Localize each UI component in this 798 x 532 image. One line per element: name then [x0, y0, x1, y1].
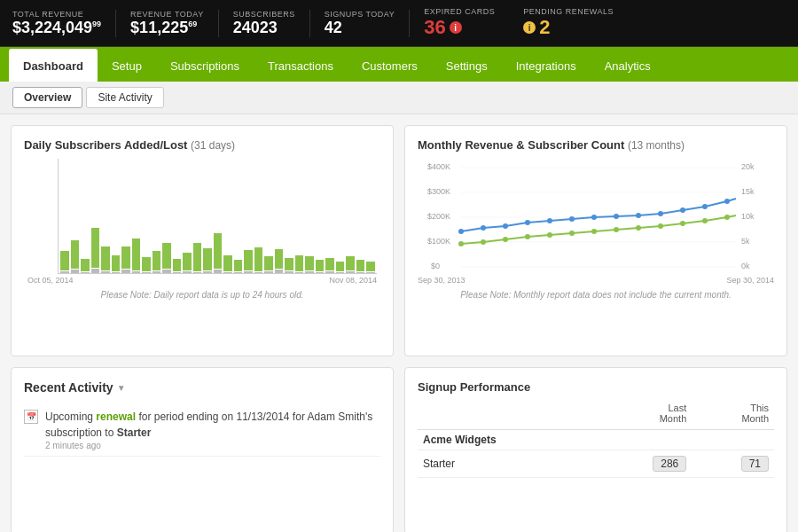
- bar-positive: [101, 246, 110, 270]
- bar-positive: [203, 248, 212, 270]
- col-last-month: LastMonth: [597, 401, 692, 430]
- bar-negative: [285, 271, 293, 273]
- subscribers-label: SUBSCRIBERS: [233, 10, 295, 19]
- bar-positive: [346, 256, 355, 270]
- svg-text:$300K: $300K: [427, 187, 450, 196]
- tab-subscriptions[interactable]: Subscriptions: [156, 51, 254, 82]
- subtab-site-activity[interactable]: Site Activity: [86, 87, 163, 108]
- tab-dashboard[interactable]: Dashboard: [9, 49, 98, 82]
- last-month-badge[interactable]: 286: [653, 456, 686, 472]
- recent-activity-card: Recent Activity ▼ 📅 Upcoming renewal for…: [11, 367, 394, 532]
- svg-point-27: [724, 199, 730, 204]
- daily-subscribers-title: Daily Subscribers Added/Lost (31 days): [24, 138, 380, 152]
- expired-cards-value: 36: [424, 16, 445, 39]
- bar-negative: [275, 270, 284, 273]
- company-name: Acme Widgets: [418, 430, 597, 450]
- bar-negative: [366, 272, 375, 273]
- svg-point-38: [680, 221, 685, 226]
- bar-negative: [132, 271, 141, 273]
- table-row: Starter 286 71: [418, 450, 774, 478]
- svg-point-32: [547, 232, 552, 238]
- bar-group: [356, 167, 365, 273]
- bar-positive: [71, 240, 80, 269]
- svg-point-26: [702, 204, 708, 209]
- svg-text:$0: $0: [431, 262, 440, 270]
- bar-negative: [356, 272, 365, 273]
- recent-activity-title: Recent Activity ▼: [24, 380, 380, 395]
- col-this-month: ThisMonth: [692, 401, 774, 430]
- bar-group: [285, 167, 293, 273]
- svg-point-17: [503, 223, 508, 229]
- bar-negative: [336, 272, 345, 273]
- bar-group: [132, 167, 141, 273]
- bar-group: [60, 167, 69, 273]
- svg-text:0k: 0k: [741, 262, 750, 270]
- signup-performance-title: Signup Performance: [418, 380, 774, 394]
- bar-negative: [244, 271, 253, 273]
- bar-negative: [112, 272, 121, 273]
- activity-text: Upcoming renewal for period ending on 11…: [45, 409, 380, 441]
- signup-table: LastMonth ThisMonth Acme Widgets Starter…: [418, 401, 774, 478]
- tab-integrations[interactable]: Integrations: [502, 51, 591, 82]
- bar-positive: [121, 246, 130, 269]
- bar-positive: [162, 243, 171, 269]
- expired-cards-icon[interactable]: i: [450, 21, 462, 34]
- nav-bar: Dashboard Setup Subscriptions Transactio…: [0, 47, 798, 82]
- svg-text:10k: 10k: [741, 212, 755, 221]
- bar-negative: [193, 272, 202, 273]
- recent-activity-chevron[interactable]: ▼: [117, 383, 126, 393]
- pending-renewals-icon[interactable]: i: [523, 21, 536, 34]
- bar-group: [142, 167, 151, 273]
- tab-analytics[interactable]: Analytics: [591, 51, 665, 82]
- tab-customers[interactable]: Customers: [348, 51, 432, 82]
- bar-negative: [71, 270, 80, 273]
- subtab-overview[interactable]: Overview: [12, 87, 82, 108]
- bar-group: [264, 167, 273, 273]
- svg-point-34: [591, 229, 597, 234]
- bar-positive: [336, 262, 345, 271]
- monthly-chart-note: Please Note: Monthly report data does no…: [418, 290, 774, 300]
- svg-text:15k: 15k: [741, 187, 755, 196]
- activity-time: 2 minutes ago: [45, 441, 380, 450]
- last-month-value: 286: [597, 450, 692, 478]
- bar-group: [173, 167, 182, 273]
- bar-group: [71, 167, 80, 273]
- svg-point-36: [636, 225, 641, 231]
- bar-positive: [305, 256, 314, 270]
- bar-positive: [275, 249, 284, 269]
- line-chart: $400K $300K $200K $100K $0 20k 15k 10k 5…: [418, 159, 774, 274]
- bar-chart: [58, 159, 377, 274]
- total-revenue-stat: TOTAL REVENUE $3,224,04999: [12, 10, 116, 37]
- renewal-link[interactable]: renewal: [96, 411, 136, 423]
- bar-positive: [244, 250, 253, 270]
- svg-point-35: [614, 227, 619, 232]
- activity-calendar-icon: 📅: [24, 410, 38, 424]
- main-content: Daily Subscribers Added/Lost (31 days) 4…: [0, 114, 798, 532]
- bar-positive: [214, 233, 223, 269]
- bar-positive: [81, 259, 90, 271]
- tab-settings[interactable]: Settings: [432, 51, 502, 82]
- svg-point-28: [458, 241, 464, 246]
- pending-renewals-label: PENDING RENEWALS: [523, 7, 614, 16]
- bar-negative: [101, 271, 110, 273]
- this-month-badge[interactable]: 71: [741, 456, 769, 472]
- activity-item: 📅 Upcoming renewal for period ending on …: [24, 403, 380, 457]
- bar-group: [223, 167, 232, 273]
- bar-group: [275, 167, 284, 273]
- svg-point-18: [525, 220, 530, 225]
- svg-text:$200K: $200K: [427, 212, 450, 221]
- line-chart-dates: Sep 30, 2013 Sep 30, 2014: [418, 276, 774, 285]
- bar-negative: [264, 271, 273, 273]
- bar-negative: [214, 270, 223, 273]
- bar-negative: [91, 269, 100, 273]
- bar-group: [183, 167, 192, 273]
- bar-group: [366, 167, 375, 273]
- monthly-revenue-card: Monthly Revenue & Subscriber Count (13 m…: [404, 125, 787, 356]
- bar-positive: [132, 239, 141, 270]
- tab-transactions[interactable]: Transactions: [254, 51, 348, 82]
- bar-chart-dates: Oct 05, 2014 Nov 08, 2014: [24, 276, 380, 285]
- tab-setup[interactable]: Setup: [98, 51, 156, 82]
- bar-group: [254, 167, 263, 273]
- bar-negative: [234, 272, 243, 273]
- sub-nav: Overview Site Activity: [0, 82, 798, 114]
